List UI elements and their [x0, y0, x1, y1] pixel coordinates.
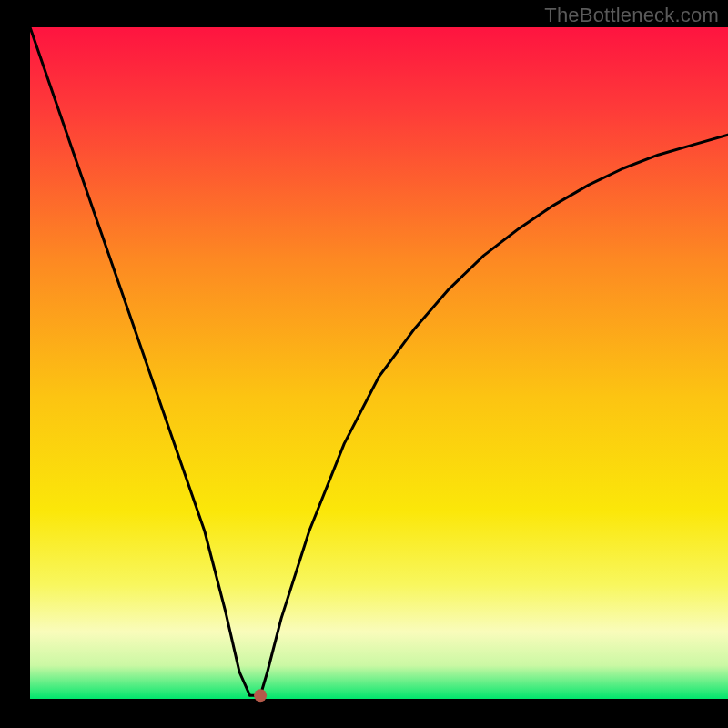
optimal-point-marker [254, 689, 267, 702]
chart-frame: TheBottleneck.com [0, 0, 728, 728]
watermark-text: TheBottleneck.com [544, 4, 719, 27]
chart-plot-area [30, 27, 728, 699]
bottleneck-chart [0, 0, 728, 728]
